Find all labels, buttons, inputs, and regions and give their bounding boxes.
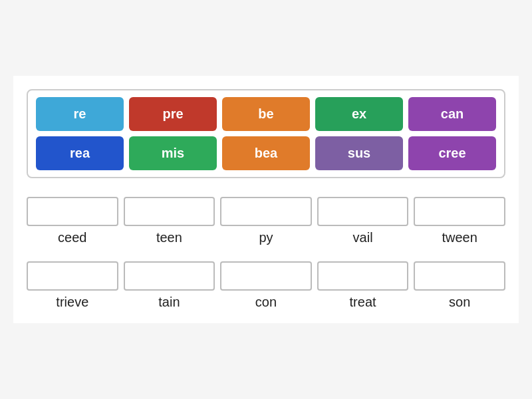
word-item-vail: vail xyxy=(317,197,409,245)
drop-box-tain[interactable] xyxy=(124,261,215,291)
word-label-py: py xyxy=(259,230,273,245)
prefix-tile-sus[interactable]: sus xyxy=(315,136,403,170)
word-item-son: son xyxy=(414,261,505,310)
word-label-treat: treat xyxy=(350,295,376,310)
word-item-tween: tween xyxy=(414,197,505,245)
word-item-tain: tain xyxy=(124,261,215,310)
words-section: ceedteenpyvailtweentrievetaincontreatson xyxy=(27,197,505,310)
drop-box-vail[interactable] xyxy=(317,197,409,226)
drop-box-teen[interactable] xyxy=(124,197,215,226)
word-item-ceed: ceed xyxy=(27,197,118,245)
word-label-vail: vail xyxy=(353,230,373,245)
word-item-trieve: trieve xyxy=(27,261,118,310)
prefix-tile-bea[interactable]: bea xyxy=(222,136,310,170)
word-item-treat: treat xyxy=(317,261,409,310)
word-label-ceed: ceed xyxy=(58,230,86,245)
drop-box-ceed[interactable] xyxy=(27,197,118,226)
drop-box-treat[interactable] xyxy=(317,261,409,291)
drop-box-con[interactable] xyxy=(220,261,312,291)
word-label-con: con xyxy=(255,295,277,310)
prefix-tile-mis[interactable]: mis xyxy=(129,136,217,170)
prefix-tile-ex[interactable]: ex xyxy=(315,97,403,131)
prefix-tile-re[interactable]: re xyxy=(36,97,124,131)
prefix-tile-can[interactable]: can xyxy=(408,97,496,131)
main-container: reprebeexcan reamisbeasuscree ceedteenpy… xyxy=(13,76,519,323)
prefix-tile-pre[interactable]: pre xyxy=(129,97,217,131)
prefix-row-1: reprebeexcan xyxy=(36,97,496,131)
word-label-tain: tain xyxy=(158,295,180,310)
prefix-tile-cree[interactable]: cree xyxy=(408,136,496,170)
word-label-son: son xyxy=(449,295,470,310)
drop-box-son[interactable] xyxy=(414,261,505,291)
word-row-1: trievetaincontreatson xyxy=(27,261,505,310)
word-label-teen: teen xyxy=(156,230,182,245)
word-item-con: con xyxy=(220,261,312,310)
word-label-tween: tween xyxy=(442,230,477,245)
prefix-row-2: reamisbeasuscree xyxy=(36,136,496,170)
word-label-trieve: trieve xyxy=(56,295,88,310)
drop-box-py[interactable] xyxy=(220,197,312,226)
word-item-teen: teen xyxy=(124,197,215,245)
prefix-box: reprebeexcan reamisbeasuscree xyxy=(27,89,505,178)
prefix-tile-be[interactable]: be xyxy=(222,97,310,131)
word-row-0: ceedteenpyvailtween xyxy=(27,197,505,245)
word-item-py: py xyxy=(220,197,312,245)
drop-box-tween[interactable] xyxy=(414,197,505,226)
drop-box-trieve[interactable] xyxy=(27,261,118,291)
prefix-tile-rea[interactable]: rea xyxy=(36,136,124,170)
